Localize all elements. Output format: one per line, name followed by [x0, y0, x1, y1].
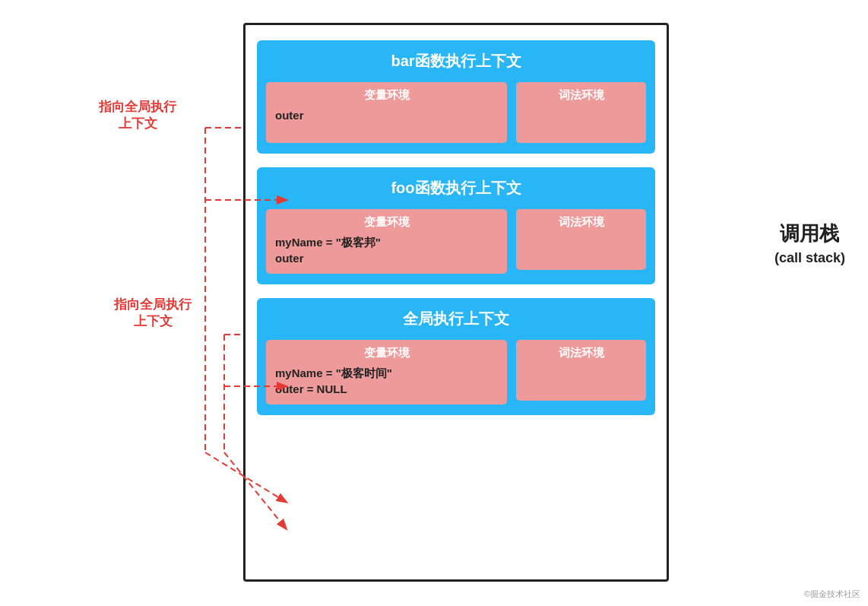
global-outer-value: outer = NULL: [275, 382, 498, 395]
foo-context-body: 变量环境 myName = "极客邦" outer 词法环境: [266, 209, 646, 274]
bar-lexical-env: 词法环境: [516, 82, 646, 143]
call-stack-title: 调用栈 (call stack): [775, 221, 845, 266]
global-variable-env: 变量环境 myName = "极客时间" outer = NULL: [266, 340, 507, 405]
bar-var-env-label: 变量环境: [275, 88, 498, 103]
bar-variable-env: 变量环境 outer: [266, 82, 507, 143]
watermark: ©掘金技术社区: [804, 589, 860, 600]
call-stack-subtitle: (call stack): [775, 250, 845, 266]
annotation-bar: 指向全局执行 上下文: [99, 99, 176, 132]
bar-outer-value: outer: [275, 109, 498, 122]
global-var-env-label: 变量环境: [275, 346, 498, 360]
foo-lexical-env: 词法环境: [516, 209, 646, 270]
foo-outer-value: outer: [275, 252, 498, 265]
foo-lex-env-label: 词法环境: [525, 215, 637, 230]
bar-context: bar函数执行上下文 变量环境 outer 词法环境: [257, 40, 655, 154]
global-lex-env-label: 词法环境: [525, 346, 637, 360]
global-context-body: 变量环境 myName = "极客时间" outer = NULL 词法环境: [266, 340, 646, 405]
bar-lex-env-label: 词法环境: [525, 88, 637, 103]
bar-context-title: bar函数执行上下文: [391, 48, 521, 75]
foo-myname-value: myName = "极客邦": [275, 236, 498, 250]
global-myname-value: myName = "极客时间": [275, 366, 498, 381]
foo-variable-env: 变量环境 myName = "极客邦" outer: [266, 209, 507, 274]
bar-context-body: 变量环境 outer 词法环境: [266, 82, 646, 143]
call-stack-container: bar函数执行上下文 变量环境 outer 词法环境 foo函数执行上下文 变量…: [243, 23, 669, 582]
global-context-title: 全局执行上下文: [403, 306, 509, 332]
annotation-foo: 指向全局执行 上下文: [114, 297, 192, 330]
global-context: 全局执行上下文 变量环境 myName = "极客时间" outer = NUL…: [257, 298, 655, 415]
call-stack-title-text: 调用栈: [775, 221, 845, 247]
foo-var-env-label: 变量环境: [275, 215, 498, 230]
global-lexical-env: 词法环境: [516, 340, 646, 401]
foo-context-title: foo函数执行上下文: [391, 175, 521, 201]
foo-context: foo函数执行上下文 变量环境 myName = "极客邦" outer 词法环…: [257, 167, 655, 284]
